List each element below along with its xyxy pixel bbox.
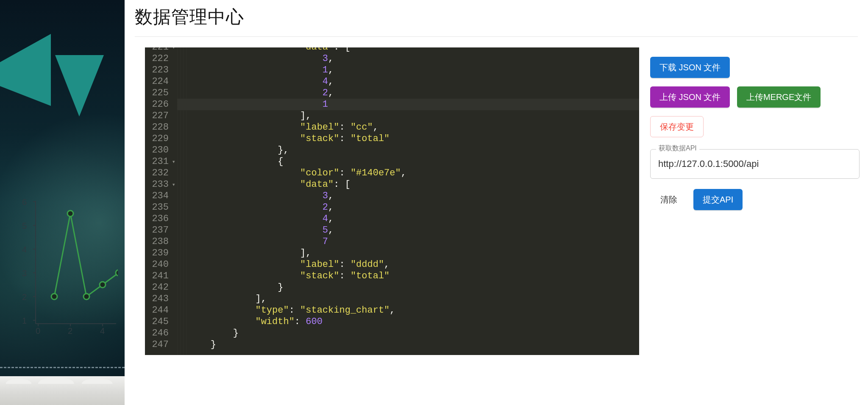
- xtick-0: 0: [36, 326, 40, 336]
- ytick-1: 1: [22, 316, 27, 326]
- api-field: 获取数据API: [650, 149, 860, 179]
- xtick-2: 2: [68, 326, 72, 336]
- api-field-label: 获取数据API: [656, 144, 699, 153]
- json-editor[interactable]: 2212222232242252262272282292302312322332…: [145, 47, 639, 355]
- ytick-5: 5: [22, 221, 27, 231]
- svg-point-16: [83, 294, 89, 300]
- controls-column: 下载 JSON 文件 上传 JSON 文件 上传MERGE文件 保存变更 获取数…: [650, 57, 860, 294]
- svg-marker-1: [55, 55, 104, 117]
- ytick-4: 4: [22, 245, 27, 255]
- editor-gutter: 2212222232242252262272282292302312322332…: [145, 47, 177, 355]
- sidebar-divider: [0, 367, 125, 368]
- svg-point-15: [67, 211, 73, 216]
- svg-marker-0: [0, 34, 51, 106]
- upload-json-button[interactable]: 上传 JSON 文件: [650, 86, 730, 108]
- upload-merge-button[interactable]: 上传MERGE文件: [737, 86, 821, 108]
- app-logo-icon: [0, 0, 125, 136]
- svg-point-18: [116, 270, 118, 276]
- title-divider: [135, 36, 858, 37]
- xtick-4: 4: [100, 326, 105, 336]
- save-changes-button[interactable]: 保存变更: [650, 116, 704, 137]
- ytick-6: 6: [22, 197, 27, 207]
- submit-api-button[interactable]: 提交API: [693, 189, 743, 210]
- api-input[interactable]: [650, 149, 860, 179]
- svg-point-14: [51, 294, 57, 300]
- main: 数据管理中心 221222223224225226227228229230231…: [125, 0, 868, 405]
- clear-button[interactable]: 清除: [653, 189, 685, 210]
- sidebar-footer-art: [0, 376, 125, 405]
- download-json-button[interactable]: 下载 JSON 文件: [650, 57, 730, 78]
- sidebar: 6 5 4 3 2 1 0 2 4: [0, 0, 125, 405]
- sidebar-mini-chart: 6 5 4 3 2 1 0 2 4: [14, 197, 118, 332]
- svg-point-17: [100, 282, 106, 288]
- page-title: 数据管理中心: [135, 5, 244, 29]
- editor-code[interactable]: "data": [ 3, 1, 4, 2, 1 ], "label": "cc"…: [188, 47, 639, 355]
- ytick-3: 3: [22, 269, 27, 278]
- ytick-2: 2: [22, 292, 27, 302]
